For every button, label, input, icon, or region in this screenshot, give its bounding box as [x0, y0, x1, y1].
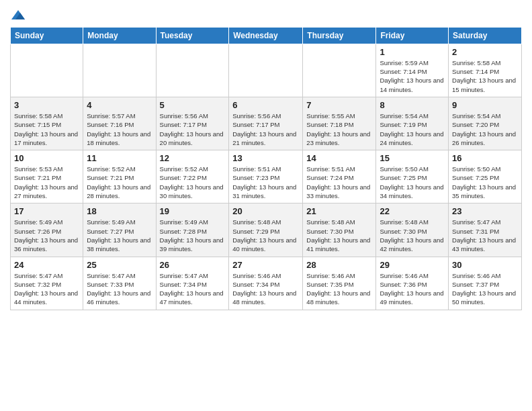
- calendar-cell: 22Sunrise: 5:48 AM Sunset: 7:30 PM Dayli…: [376, 203, 449, 257]
- calendar-table: SundayMondayTuesdayWednesdayThursdayFrid…: [10, 27, 522, 310]
- day-info: Sunrise: 5:47 AM Sunset: 7:32 PM Dayligh…: [14, 271, 79, 307]
- calendar-cell: [303, 44, 376, 97]
- day-number: 9: [452, 100, 518, 110]
- day-info: Sunrise: 5:46 AM Sunset: 7:35 PM Dayligh…: [306, 271, 372, 307]
- day-number: 20: [232, 206, 299, 216]
- day-info: Sunrise: 5:56 AM Sunset: 7:17 PM Dayligh…: [232, 111, 299, 147]
- day-number: 7: [306, 100, 372, 110]
- day-info: Sunrise: 5:49 AM Sunset: 7:27 PM Dayligh…: [87, 218, 152, 253]
- logo-icon: [11, 10, 25, 19]
- day-info: Sunrise: 5:48 AM Sunset: 7:29 PM Dayligh…: [232, 218, 299, 253]
- calendar-cell: 21Sunrise: 5:48 AM Sunset: 7:30 PM Dayli…: [303, 203, 376, 257]
- calendar-cell: 12Sunrise: 5:52 AM Sunset: 7:22 PM Dayli…: [156, 150, 229, 203]
- weekday-header-saturday: Saturday: [449, 27, 522, 44]
- calendar-cell: 5Sunrise: 5:56 AM Sunset: 7:17 PM Daylig…: [156, 97, 229, 150]
- day-number: 28: [306, 260, 372, 270]
- calendar-cell: 3Sunrise: 5:58 AM Sunset: 7:15 PM Daylig…: [11, 97, 83, 150]
- calendar-cell: 9Sunrise: 5:54 AM Sunset: 7:20 PM Daylig…: [449, 97, 522, 150]
- day-number: 23: [452, 206, 518, 216]
- day-number: 25: [87, 260, 152, 270]
- day-info: Sunrise: 5:59 AM Sunset: 7:14 PM Dayligh…: [380, 58, 445, 94]
- calendar-cell: 27Sunrise: 5:46 AM Sunset: 7:34 PM Dayli…: [229, 257, 303, 310]
- day-number: 3: [14, 100, 79, 110]
- calendar-cell: [229, 44, 303, 97]
- day-info: Sunrise: 5:55 AM Sunset: 7:18 PM Dayligh…: [306, 111, 372, 147]
- calendar-cell: 25Sunrise: 5:47 AM Sunset: 7:33 PM Dayli…: [83, 257, 156, 310]
- calendar-cell: 1Sunrise: 5:59 AM Sunset: 7:14 PM Daylig…: [376, 44, 449, 97]
- day-info: Sunrise: 5:48 AM Sunset: 7:30 PM Dayligh…: [380, 218, 445, 253]
- calendar-cell: 15Sunrise: 5:50 AM Sunset: 7:25 PM Dayli…: [376, 150, 449, 203]
- day-info: Sunrise: 5:50 AM Sunset: 7:25 PM Dayligh…: [380, 165, 445, 200]
- calendar-cell: 4Sunrise: 5:57 AM Sunset: 7:16 PM Daylig…: [83, 97, 156, 150]
- weekday-header-monday: Monday: [83, 27, 156, 44]
- day-number: 11: [87, 153, 152, 163]
- day-number: 2: [452, 47, 518, 57]
- day-number: 12: [160, 153, 226, 163]
- day-info: Sunrise: 5:53 AM Sunset: 7:21 PM Dayligh…: [14, 165, 79, 200]
- weekday-header-wednesday: Wednesday: [229, 27, 303, 44]
- calendar-cell: 19Sunrise: 5:49 AM Sunset: 7:28 PM Dayli…: [156, 203, 229, 257]
- day-info: Sunrise: 5:51 AM Sunset: 7:24 PM Dayligh…: [306, 165, 372, 200]
- calendar-cell: 17Sunrise: 5:49 AM Sunset: 7:26 PM Dayli…: [11, 203, 83, 257]
- weekday-header-sunday: Sunday: [11, 27, 83, 44]
- calendar-cell: 2Sunrise: 5:58 AM Sunset: 7:14 PM Daylig…: [449, 44, 522, 97]
- logo: [10, 7, 25, 23]
- calendar-cell: 30Sunrise: 5:46 AM Sunset: 7:37 PM Dayli…: [449, 257, 522, 310]
- day-number: 22: [380, 206, 445, 216]
- day-number: 5: [160, 100, 226, 110]
- day-info: Sunrise: 5:49 AM Sunset: 7:26 PM Dayligh…: [14, 218, 79, 253]
- calendar-cell: 18Sunrise: 5:49 AM Sunset: 7:27 PM Dayli…: [83, 203, 156, 257]
- day-number: 18: [87, 206, 152, 216]
- day-info: Sunrise: 5:47 AM Sunset: 7:31 PM Dayligh…: [452, 218, 518, 253]
- calendar-week-row: 17Sunrise: 5:49 AM Sunset: 7:26 PM Dayli…: [11, 203, 522, 257]
- day-number: 19: [160, 206, 226, 216]
- calendar-cell: 14Sunrise: 5:51 AM Sunset: 7:24 PM Dayli…: [303, 150, 376, 203]
- day-info: Sunrise: 5:58 AM Sunset: 7:14 PM Dayligh…: [452, 58, 518, 94]
- logo-text: [10, 9, 25, 23]
- day-info: Sunrise: 5:47 AM Sunset: 7:34 PM Dayligh…: [160, 271, 226, 307]
- day-number: 26: [160, 260, 226, 270]
- calendar-cell: 23Sunrise: 5:47 AM Sunset: 7:31 PM Dayli…: [449, 203, 522, 257]
- day-number: 21: [306, 206, 372, 216]
- calendar-week-row: 24Sunrise: 5:47 AM Sunset: 7:32 PM Dayli…: [11, 257, 522, 310]
- day-number: 6: [232, 100, 299, 110]
- weekday-header-thursday: Thursday: [303, 27, 376, 44]
- page-container: SundayMondayTuesdayWednesdayThursdayFrid…: [0, 0, 532, 317]
- day-info: Sunrise: 5:50 AM Sunset: 7:25 PM Dayligh…: [452, 165, 518, 200]
- day-number: 15: [380, 153, 445, 163]
- day-number: 16: [452, 153, 518, 163]
- calendar-cell: 8Sunrise: 5:54 AM Sunset: 7:19 PM Daylig…: [376, 97, 449, 150]
- day-info: Sunrise: 5:46 AM Sunset: 7:37 PM Dayligh…: [452, 271, 518, 307]
- day-info: Sunrise: 5:46 AM Sunset: 7:34 PM Dayligh…: [232, 271, 299, 307]
- day-info: Sunrise: 5:57 AM Sunset: 7:16 PM Dayligh…: [87, 111, 152, 147]
- calendar-cell: 26Sunrise: 5:47 AM Sunset: 7:34 PM Dayli…: [156, 257, 229, 310]
- day-number: 29: [380, 260, 445, 270]
- calendar-cell: [156, 44, 229, 97]
- calendar-week-row: 10Sunrise: 5:53 AM Sunset: 7:21 PM Dayli…: [11, 150, 522, 203]
- calendar-cell: [83, 44, 156, 97]
- day-number: 27: [232, 260, 299, 270]
- calendar-cell: 29Sunrise: 5:46 AM Sunset: 7:36 PM Dayli…: [376, 257, 449, 310]
- day-info: Sunrise: 5:46 AM Sunset: 7:36 PM Dayligh…: [380, 271, 445, 307]
- day-number: 1: [380, 47, 445, 57]
- day-info: Sunrise: 5:52 AM Sunset: 7:21 PM Dayligh…: [87, 165, 152, 200]
- calendar-cell: 10Sunrise: 5:53 AM Sunset: 7:21 PM Dayli…: [11, 150, 83, 203]
- day-number: 30: [452, 260, 518, 270]
- calendar-cell: 7Sunrise: 5:55 AM Sunset: 7:18 PM Daylig…: [303, 97, 376, 150]
- calendar-cell: 13Sunrise: 5:51 AM Sunset: 7:23 PM Dayli…: [229, 150, 303, 203]
- calendar-cell: 6Sunrise: 5:56 AM Sunset: 7:17 PM Daylig…: [229, 97, 303, 150]
- header: [10, 7, 522, 23]
- day-number: 8: [380, 100, 445, 110]
- calendar-cell: 28Sunrise: 5:46 AM Sunset: 7:35 PM Dayli…: [303, 257, 376, 310]
- calendar-week-row: 1Sunrise: 5:59 AM Sunset: 7:14 PM Daylig…: [11, 44, 522, 97]
- weekday-header-tuesday: Tuesday: [156, 27, 229, 44]
- calendar-cell: 24Sunrise: 5:47 AM Sunset: 7:32 PM Dayli…: [11, 257, 83, 310]
- day-info: Sunrise: 5:56 AM Sunset: 7:17 PM Dayligh…: [160, 111, 226, 147]
- day-number: 17: [14, 206, 79, 216]
- day-info: Sunrise: 5:58 AM Sunset: 7:15 PM Dayligh…: [14, 111, 79, 147]
- day-info: Sunrise: 5:51 AM Sunset: 7:23 PM Dayligh…: [232, 165, 299, 200]
- day-number: 24: [14, 260, 79, 270]
- weekday-header-friday: Friday: [376, 27, 449, 44]
- day-info: Sunrise: 5:52 AM Sunset: 7:22 PM Dayligh…: [160, 165, 226, 200]
- day-number: 13: [232, 153, 299, 163]
